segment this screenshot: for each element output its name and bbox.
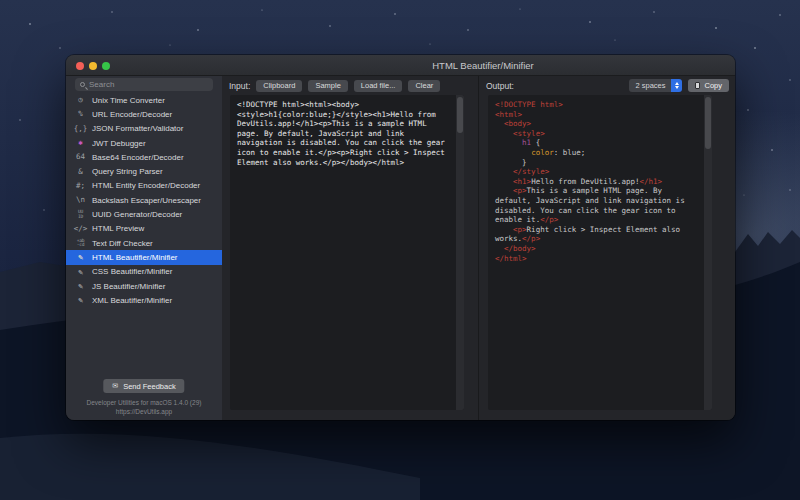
base64-icon: 64	[73, 153, 88, 161]
sidebar-item-label: Text Diff Checker	[92, 239, 153, 248]
input-panel: Input: Clipboard Sample Load file... Cle…	[222, 76, 478, 420]
sidebar-item-label: URL Encoder/Decoder	[92, 110, 172, 119]
sidebar-item-html-beautifier-minifier[interactable]: ✎HTML Beautifier/Minifier	[66, 250, 222, 264]
output-scrollbar[interactable]	[704, 95, 712, 410]
entity-icon: #;	[73, 182, 88, 190]
app-version-footer: Developer Utilities for macOS 1.4.0 (29)…	[66, 398, 222, 416]
output-header: Output: 2 spaces Copy	[479, 76, 735, 95]
sidebar-item-html-preview[interactable]: </>HTML Preview	[66, 222, 222, 236]
send-feedback-button[interactable]: ✉ Send Feedback	[103, 379, 184, 393]
sidebar-item-label: JS Beautifier/Minifier	[92, 282, 165, 291]
send-feedback-label: Send Feedback	[123, 382, 176, 391]
sidebar-item-json-formatter-validator[interactable]: {,}JSON Formatter/Validator	[66, 122, 222, 136]
sidebar-item-label: Query String Parser	[92, 167, 163, 176]
input-code: <!DOCTYPE html><html><body><style>h1{col…	[230, 95, 464, 172]
input-editor[interactable]: <!DOCTYPE html><html><body><style>h1{col…	[230, 95, 464, 410]
titlebar[interactable]: HTML Beautifier/Minifier	[66, 55, 735, 76]
sidebar-item-js-beautifier-minifier[interactable]: ✎JS Beautifier/Minifier	[66, 279, 222, 293]
stepper-icon	[671, 79, 682, 92]
sample-button[interactable]: Sample	[308, 80, 347, 92]
minimize-button[interactable]	[89, 62, 97, 70]
envelope-icon: ✉	[112, 382, 118, 390]
content-area: Input: Clipboard Sample Load file... Cle…	[222, 76, 735, 420]
sidebar-item-query-string-parser[interactable]: &Query String Parser	[66, 164, 222, 178]
sidebar-item-label: CSS Beautifier/Minifier	[92, 267, 172, 276]
search-icon	[80, 82, 85, 87]
sidebar-item-label: HTML Entity Encoder/Decoder	[92, 181, 200, 190]
version-text: Developer Utilities for macOS 1.4.0 (29)	[66, 398, 222, 407]
copy-label: Copy	[704, 81, 722, 90]
input-scrollbar[interactable]	[456, 95, 464, 410]
clear-button[interactable]: Clear	[408, 80, 440, 92]
sidebar-item-label: HTML Preview	[92, 224, 144, 233]
sidebar-item-jwt-debugger[interactable]: ✱JWT Debugger	[66, 136, 222, 150]
sidebar-item-html-entity-encoder-decoder[interactable]: #;HTML Entity Encoder/Decoder	[66, 179, 222, 193]
output-editor[interactable]: <!DOCTYPE html><html> <body> <style> h1 …	[488, 95, 712, 410]
sidebar-tool-list: ◷Unix Time Converter%URL Encoder/Decoder…	[66, 93, 222, 307]
zoom-button[interactable]	[102, 62, 110, 70]
jwt-icon: ✱	[73, 139, 88, 147]
output-code: <!DOCTYPE html><html> <body> <style> h1 …	[488, 95, 712, 268]
clipboard-button[interactable]: Clipboard	[256, 80, 302, 92]
sidebar-item-xml-beautifier-minifier[interactable]: ✎XML Beautifier/Minifier	[66, 293, 222, 307]
search-placeholder: Search	[89, 80, 114, 89]
input-header: Input: Clipboard Sample Load file... Cle…	[222, 76, 478, 95]
close-button[interactable]	[76, 62, 84, 70]
sidebar-item-backslash-escaper-unescaper[interactable]: \nBackslash Escaper/Unescaper	[66, 193, 222, 207]
website-link[interactable]: https://DevUtils.app	[66, 407, 222, 416]
sidebar-item-css-beautifier-minifier[interactable]: ✎CSS Beautifier/Minifier	[66, 265, 222, 279]
wand-icon: ✎	[73, 296, 88, 304]
sidebar-item-text-diff-checker[interactable]: +ab -cdText Diff Checker	[66, 236, 222, 250]
sidebar-item-label: JSON Formatter/Validator	[92, 124, 183, 133]
output-panel: Output: 2 spaces Copy <!DOCTYPE html><h	[478, 76, 735, 420]
window-title: HTML Beautifier/Minifier	[353, 60, 613, 71]
wand-icon: ✎	[73, 282, 88, 290]
sidebar-item-label: Backslash Escaper/Unescaper	[92, 196, 201, 205]
uuid-icon: UU ID	[73, 210, 88, 219]
diff-icon: +ab -cd	[73, 239, 88, 248]
clock-icon: ◷	[73, 96, 88, 104]
indent-size-value: 2 spaces	[629, 79, 671, 92]
braces-icon: {,}	[73, 125, 88, 133]
indent-size-select[interactable]: 2 spaces	[629, 79, 682, 92]
copy-button[interactable]: Copy	[688, 79, 729, 92]
traffic-lights	[76, 62, 110, 70]
load-file-button[interactable]: Load file...	[354, 80, 403, 92]
app-window: HTML Beautifier/Minifier Search ◷Unix Ti…	[66, 55, 735, 420]
sidebar-item-label: HTML Beautifier/Minifier	[92, 253, 178, 262]
input-label: Input:	[229, 81, 250, 91]
wand-icon: ✎	[73, 268, 88, 276]
sidebar: Search ◷Unix Time Converter%URL Encoder/…	[66, 76, 222, 420]
output-scrollbar-thumb[interactable]	[705, 97, 711, 149]
ampersand-icon: &	[73, 168, 88, 176]
sidebar-item-label: Base64 Encoder/Decoder	[92, 153, 184, 162]
sidebar-item-label: JWT Debugger	[92, 139, 146, 148]
sidebar-item-label: XML Beautifier/Minifier	[92, 296, 172, 305]
wand-icon: ✎	[73, 253, 88, 261]
sidebar-item-unix-time-converter[interactable]: ◷Unix Time Converter	[66, 93, 222, 107]
input-scrollbar-thumb[interactable]	[457, 97, 463, 133]
sidebar-item-base64-encoder-decoder[interactable]: 64Base64 Encoder/Decoder	[66, 150, 222, 164]
sidebar-item-url-encoder-decoder[interactable]: %URL Encoder/Decoder	[66, 107, 222, 121]
search-input[interactable]: Search	[75, 78, 213, 91]
sidebar-item-label: UUID Generator/Decoder	[92, 210, 182, 219]
clipboard-icon	[695, 82, 700, 89]
output-label: Output:	[486, 81, 514, 91]
backslash-icon: \n	[73, 196, 88, 204]
percent-icon: %	[73, 110, 88, 118]
sidebar-item-uuid-generator-decoder[interactable]: UU IDUUID Generator/Decoder	[66, 207, 222, 221]
code-icon: </>	[73, 225, 88, 233]
sidebar-item-label: Unix Time Converter	[92, 96, 165, 105]
